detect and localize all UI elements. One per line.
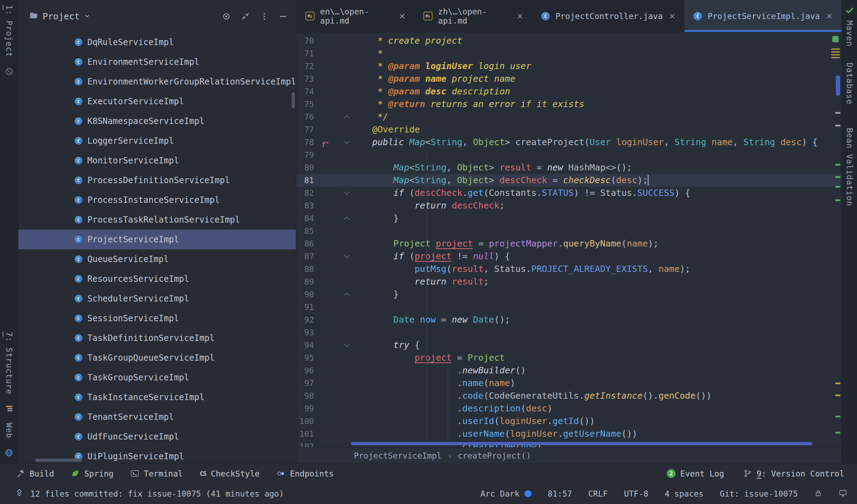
code-line-73[interactable]: 73 * @param name project name: [296, 73, 842, 85]
tree-item[interactable]: CLoggerServiceImpl: [18, 131, 296, 151]
code-line-70[interactable]: 70 * create project: [296, 35, 842, 47]
tool-window-button-structure[interactable]: 7: Structure: [5, 332, 14, 394]
tool-window-button-maven[interactable]: Maven: [845, 20, 854, 46]
tree-item[interactable]: CProcessDefinitionServiceImpl: [18, 170, 296, 190]
breadcrumb-createProject-[interactable]: createProject(): [458, 451, 531, 460]
code-line-82[interactable]: 82 if (descCheck.get(Constants.STATUS) !…: [296, 187, 842, 199]
code-line-92[interactable]: 92 Date now = new Date();: [296, 313, 842, 326]
fold-down-icon[interactable]: [344, 139, 350, 144]
tool-window-button-database[interactable]: Database: [845, 63, 854, 105]
collapse-all-icon[interactable]: [241, 12, 250, 21]
fold-up-icon[interactable]: [344, 217, 350, 222]
fold-down-icon[interactable]: [344, 253, 350, 259]
tree-item[interactable]: CMonitorServiceImpl: [18, 151, 296, 170]
close-tab-icon[interactable]: ×: [826, 11, 832, 21]
code-line-77[interactable]: 77 @Override: [296, 123, 842, 136]
options-menu-icon[interactable]: [260, 12, 269, 21]
code-line-97[interactable]: 97 .name(name): [296, 377, 842, 390]
tree-vertical-scrollbar[interactable]: [292, 92, 295, 108]
code-line-98[interactable]: 98 .code(CodeGenerateUtils.getInstance()…: [296, 390, 842, 402]
code-line-86[interactable]: 86 Project project = projectMapper.query…: [296, 237, 842, 250]
code-line-72[interactable]: 72 * @param loginUser login user: [296, 60, 842, 73]
git-branch[interactable]: Git: issue-10075: [720, 489, 798, 498]
line-separator[interactable]: CRLF: [588, 489, 608, 498]
tree-item[interactable]: CProcessTaskRelationServiceImpl: [18, 210, 296, 230]
web-globe-icon[interactable]: [5, 448, 13, 457]
code-line-88[interactable]: 88 putMsg(result, Status.PROJECT_ALREADY…: [296, 263, 842, 275]
code-line-83[interactable]: 83 return descCheck;: [296, 199, 842, 212]
fold-down-icon[interactable]: [344, 189, 350, 195]
tree-item[interactable]: CK8SNamespaceServiceImpl: [18, 111, 296, 131]
hide-panel-icon[interactable]: [279, 12, 287, 21]
theme-name[interactable]: Arc Dark: [480, 489, 532, 498]
code-line-87[interactable]: 87 if (project != null) {: [296, 250, 842, 263]
code-line-81[interactable]: 81 Map<String, Object> descCheck = check…: [296, 174, 842, 187]
tab-zh-open-api.md[interactable]: M↓zh\…\open-api.md×: [414, 0, 532, 32]
tool-window-button-bean-validation[interactable]: Bean Validation: [845, 128, 854, 206]
toolbar-terminal[interactable]: Terminal: [130, 469, 183, 478]
code-line-96[interactable]: 96 .newBuilder(): [296, 364, 842, 377]
tree-item[interactable]: CTaskGroupServiceImpl: [18, 368, 296, 387]
code-line-90[interactable]: 90 }: [296, 288, 842, 301]
tree-item[interactable]: CExecutorServiceImpl: [18, 92, 296, 111]
indent-setting[interactable]: 4 spaces: [665, 489, 704, 498]
tree-horizontal-scrollbar[interactable]: [35, 459, 82, 462]
project-panel-title[interactable]: Project: [29, 11, 91, 22]
status-commit-widget[interactable]: 12 files committed: fix issue-10075 (41 …: [15, 489, 284, 499]
code-line-80[interactable]: 80 Map<String, Object> result = new Hash…: [296, 161, 842, 174]
tree-item[interactable]: CEnvironmentWorkerGroupRelationServiceIm…: [18, 72, 296, 92]
code-line-100[interactable]: 100 .userId(loginUser.getId()): [296, 415, 842, 428]
tree-item[interactable]: CProcessInstanceServiceImpl: [18, 190, 296, 210]
code-line-85[interactable]: 85: [296, 225, 842, 237]
toolbar-checkstyle[interactable]: CSCheckStyle: [200, 469, 260, 478]
screen-reader-status[interactable]: [839, 489, 847, 499]
inspections-ok-indicator[interactable]: [832, 36, 839, 42]
tab-en-open-api.md[interactable]: M↓en\…\open-api.md×: [296, 0, 414, 32]
toolbar-endpoints[interactable]: Endpoints: [277, 469, 334, 478]
code-line-75[interactable]: 75 * @return returns an error if it exis…: [296, 98, 842, 111]
tree-item[interactable]: CQueueServiceImpl: [18, 249, 296, 269]
code-line-99[interactable]: 99 .description(desc): [296, 402, 842, 415]
code-line-74[interactable]: 74 * @param desc description: [296, 85, 842, 98]
tree-item[interactable]: CDqRuleServiceImpl: [18, 32, 296, 52]
code-line-91[interactable]: 91: [296, 301, 842, 313]
tree-item[interactable]: CTaskGroupQueueServiceImpl: [18, 348, 296, 368]
close-tab-icon[interactable]: ×: [669, 11, 675, 21]
code-line-84[interactable]: 84 }: [296, 212, 842, 225]
close-tab-icon[interactable]: ×: [517, 11, 523, 21]
toolbar-event-log[interactable]: 2Event Log: [667, 469, 724, 478]
structure-icon[interactable]: [5, 404, 13, 413]
tree-item[interactable]: CEnvironmentServiceImpl: [18, 52, 296, 72]
editor-vertical-scrollbar[interactable]: [836, 75, 840, 96]
toolbar-spring[interactable]: Spring: [71, 469, 113, 478]
toolbar-version-control[interactable]: 9: Version Control: [743, 469, 844, 478]
tab-ProjectController.java[interactable]: CProjectController.java×: [532, 0, 684, 32]
fold-down-icon[interactable]: [344, 342, 350, 347]
code-line-76[interactable]: 76 */: [296, 111, 842, 123]
editor-horizontal-scrollbar[interactable]: [351, 442, 812, 445]
toolbar-build[interactable]: Build: [16, 469, 54, 478]
tree-item[interactable]: CTenantServiceImpl: [18, 407, 296, 427]
tree-item[interactable]: CProjectServiceImpl: [18, 230, 296, 249]
tree-item[interactable]: CUdfFuncServiceImpl: [18, 427, 296, 447]
tree-item[interactable]: CSessionServiceImpl: [18, 309, 296, 328]
code-line-78[interactable]: 78f× public Map<String, Object> createPr…: [296, 136, 842, 149]
code-line-94[interactable]: 94 try {: [296, 339, 842, 351]
highlighting-level-icon[interactable]: [831, 49, 840, 58]
code-line-89[interactable]: 89 return result;: [296, 275, 842, 288]
tool-window-button-project[interactable]: 1: Project: [5, 5, 14, 57]
circle-slash-icon[interactable]: [5, 67, 14, 76]
code-line-95[interactable]: 95 project = Project: [296, 351, 842, 364]
tree-item[interactable]: CTaskInstanceServiceImpl: [18, 387, 296, 407]
code-line-101[interactable]: 101 .userName(loginUser.getUserName()): [296, 428, 842, 440]
locate-file-icon[interactable]: [222, 12, 231, 21]
tool-window-button-web[interactable]: Web: [5, 423, 14, 438]
editor[interactable]: 70 * create project71 *72 * @param login…: [296, 32, 842, 447]
caret-position[interactable]: 81:57: [548, 489, 572, 498]
file-encoding[interactable]: UTF-8: [624, 489, 648, 498]
close-tab-icon[interactable]: ×: [399, 11, 405, 21]
tab-ProjectServiceImpl.java[interactable]: CProjectServiceImpl.java×: [684, 0, 842, 32]
code-line-93[interactable]: 93: [296, 326, 842, 339]
breadcrumb-ProjectServiceImpl[interactable]: ProjectServiceImpl: [354, 451, 441, 460]
tree-item[interactable]: CSchedulerServiceImpl: [18, 289, 296, 309]
